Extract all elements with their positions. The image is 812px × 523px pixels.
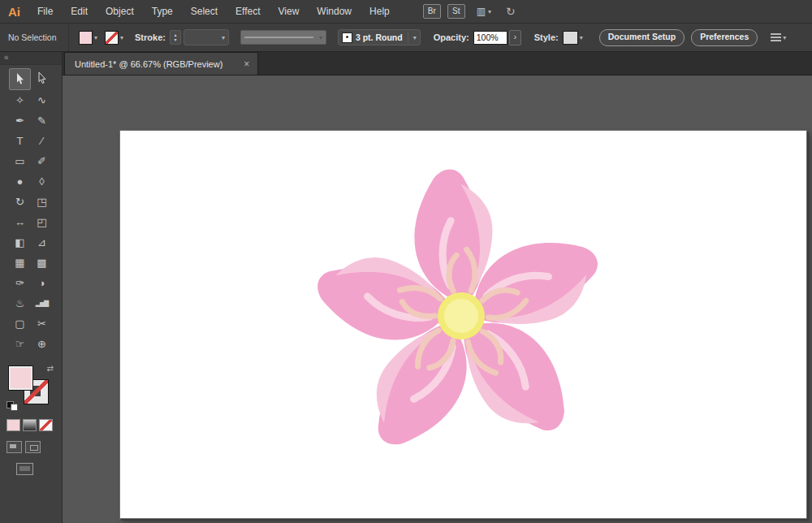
menu-help[interactable]: Help: [361, 0, 399, 23]
tab-close-icon[interactable]: ×: [244, 58, 249, 70]
chevron-down-icon[interactable]: ▾: [120, 34, 123, 41]
fill-swatch[interactable]: [8, 365, 33, 391]
tool-artboard[interactable]: ▢: [9, 313, 31, 334]
menu-object[interactable]: Object: [97, 0, 143, 23]
pencil-icon: ✎: [37, 115, 46, 127]
stepper-down-icon[interactable]: ▾: [174, 37, 176, 42]
mesh-icon: ▦: [15, 257, 24, 269]
tool-line-segment[interactable]: ∕: [31, 131, 53, 151]
eraser-icon: ◊: [39, 175, 44, 188]
fill-swatch-icon[interactable]: [79, 31, 93, 45]
document-setup-button[interactable]: Document Setup: [599, 29, 685, 46]
none-mode-button[interactable]: [39, 419, 53, 431]
tool-lasso[interactable]: ∿: [31, 90, 53, 110]
hand-icon: ☞: [15, 338, 25, 350]
preferences-button[interactable]: Preferences: [691, 29, 758, 46]
tool-zoom[interactable]: ⊕: [31, 334, 53, 354]
document-area: Untitled-1* @ 66.67% (RGB/Preview) ×: [63, 52, 812, 523]
menu-type[interactable]: Type: [143, 0, 182, 23]
tool-perspective-grid[interactable]: ⊿: [31, 232, 53, 253]
stroke-none-swatch-icon[interactable]: [105, 31, 119, 45]
tool-blob-brush[interactable]: ●: [9, 171, 31, 192]
tool-free-transform[interactable]: ◰: [31, 212, 53, 232]
draw-behind-button[interactable]: [25, 441, 41, 453]
type-icon: T: [17, 135, 24, 147]
tool-column-graph[interactable]: ▂▅▇: [31, 293, 53, 313]
sync-icon[interactable]: ↻: [506, 5, 516, 18]
tool-direct-selection[interactable]: [31, 68, 53, 89]
gradient-mode-button[interactable]: [23, 419, 37, 431]
artboard[interactable]: [119, 130, 807, 519]
default-fill-chip: [11, 404, 18, 411]
chevron-down-icon[interactable]: ▾: [94, 34, 97, 41]
flower-artwork[interactable]: [307, 162, 615, 470]
tab-strip: Untitled-1* @ 66.67% (RGB/Preview) ×: [63, 52, 812, 76]
fill-stroke-block: ⇄: [6, 364, 55, 411]
tool-pen[interactable]: ✒: [9, 110, 31, 131]
workspace-switcher[interactable]: ▥ ▾: [477, 6, 491, 17]
tool-eyedropper[interactable]: ✑: [9, 273, 31, 293]
shape-builder-icon: ◧: [15, 236, 24, 249]
fill-color-control[interactable]: ▾: [79, 31, 97, 45]
tool-mesh[interactable]: ▦: [9, 253, 31, 273]
tool-paintbrush[interactable]: ✐: [31, 151, 53, 171]
tools-panel-header[interactable]: «: [0, 52, 62, 65]
tool-eraser[interactable]: ◊: [31, 171, 53, 192]
collapse-panel-icon[interactable]: «: [4, 53, 9, 62]
tool-rotate[interactable]: ↻: [9, 192, 31, 212]
opacity-input[interactable]: 100%: [473, 31, 508, 45]
screen-mode-row: [0, 463, 62, 478]
drawing-modes-row: [0, 441, 62, 453]
paintbrush-icon: ✐: [37, 155, 46, 167]
screen-mode-button[interactable]: [16, 463, 33, 475]
menu-window[interactable]: Window: [308, 0, 361, 23]
tool-hand[interactable]: ☞: [9, 334, 31, 354]
tool-selection[interactable]: [9, 68, 31, 90]
rectangle-icon: ▭: [15, 155, 24, 167]
stroke-weight-stepper[interactable]: ▴ ▾: [170, 30, 181, 45]
tool-rectangle[interactable]: ▭: [9, 151, 31, 171]
stroke-weight-combo[interactable]: ▾: [184, 29, 229, 45]
default-fill-stroke-icon[interactable]: [6, 401, 18, 411]
chevron-down-icon[interactable]: ▾: [783, 34, 786, 41]
graphic-style-swatch[interactable]: [563, 31, 578, 45]
tool-gradient[interactable]: ▩: [31, 253, 53, 273]
stroke-color-control[interactable]: ▾: [105, 31, 123, 45]
menu-edit[interactable]: Edit: [62, 0, 97, 23]
brush-definition-dropdown[interactable]: • 3 pt. Round ▾: [338, 29, 421, 45]
screen-mode-icon: [19, 466, 30, 471]
tool-slice[interactable]: ✂: [31, 313, 53, 334]
menu-effect[interactable]: Effect: [227, 0, 269, 23]
menu-file[interactable]: File: [28, 0, 62, 23]
color-mode-button[interactable]: [6, 419, 20, 431]
workspace-icon: ▥: [477, 6, 486, 17]
align-options-icon[interactable]: [771, 33, 781, 41]
document-tab[interactable]: Untitled-1* @ 66.67% (RGB/Preview) ×: [64, 52, 258, 75]
menu-view[interactable]: View: [270, 0, 309, 23]
tool-magic-wand[interactable]: ✧: [9, 90, 31, 110]
tools-grid: ✧ ∿ ✒ ✎ T ∕ ▭ ✐ ● ◊ ↻ ◳ ↔ ◰ ◧ ⊿ ▦ ▩ ✑ ◑: [0, 65, 62, 354]
menu-select[interactable]: Select: [182, 0, 227, 23]
opacity-label: Opacity:: [434, 32, 469, 42]
tool-symbol-sprayer[interactable]: ♨: [9, 293, 31, 313]
st-button[interactable]: St: [447, 4, 465, 19]
tool-shape-builder[interactable]: ◧: [9, 232, 31, 253]
br-button[interactable]: Br: [423, 4, 441, 19]
flower-group: [307, 162, 615, 470]
tool-type[interactable]: T: [9, 131, 31, 151]
pen-icon: ✒: [15, 115, 24, 127]
opacity-panel-arrow[interactable]: ›: [509, 30, 521, 45]
pasteboard[interactable]: [63, 76, 812, 523]
tool-scale[interactable]: ◳: [31, 192, 53, 212]
swap-fill-stroke-icon[interactable]: ⇄: [47, 364, 54, 373]
chevron-down-icon[interactable]: ▾: [413, 34, 417, 41]
chevron-down-icon[interactable]: ▾: [580, 34, 583, 41]
tool-blend[interactable]: ◑: [31, 273, 53, 293]
width-profile-preview: [244, 37, 313, 38]
tool-width[interactable]: ↔: [9, 212, 31, 232]
tool-pencil[interactable]: ✎: [31, 110, 53, 131]
draw-normal-button[interactable]: [6, 441, 22, 453]
width-profile-dropdown[interactable]: ▾: [240, 30, 326, 45]
tools-panel: « ✧ ∿ ✒ ✎ T ∕ ▭: [0, 52, 63, 523]
eyedropper-icon: ✑: [15, 277, 24, 289]
